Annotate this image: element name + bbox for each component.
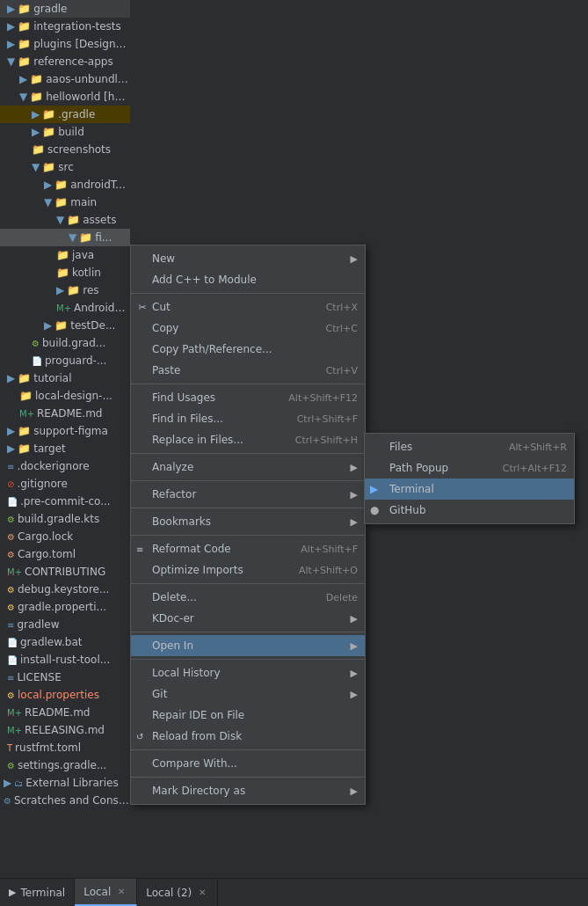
tree-item-test-debug[interactable]: ▶ 📁 testDe... [0, 317, 130, 334]
tree-item-target[interactable]: ▶ 📁 target [0, 440, 130, 457]
tree-item-helloworld[interactable]: ▼ 📁 helloworld [helloworld-app] [0, 88, 130, 106]
tree-item-scratches[interactable]: ⚙ Scratches and Consoles [0, 792, 130, 809]
tree-item-java[interactable]: 📁 java [0, 246, 130, 264]
menu-item-copy[interactable]: Copy Ctrl+C [131, 318, 365, 339]
tree-item-res[interactable]: ▶ 📁 res [0, 281, 130, 299]
menu-item-open-in[interactable]: Open In ▶ [131, 635, 365, 656]
shortcut-label: Alt+Shift+O [299, 565, 358, 576]
tree-item-cargo-lock[interactable]: ⚙ Cargo.lock [0, 528, 130, 545]
menu-item-refactor[interactable]: Refactor ▶ [131, 484, 365, 505]
menu-item-label: Add C++ to Module [152, 274, 358, 286]
tree-item-ref-apps[interactable]: ▼ 📁 reference-apps [0, 53, 130, 70]
menu-item-optimize[interactable]: Optimize Imports Alt+Shift+O [131, 559, 365, 581]
menu-separator [131, 384, 365, 384]
tree-item-settings-gradle[interactable]: ⚙ settings.gradle... [0, 756, 130, 774]
tree-item-gitignore[interactable]: ⊘ .gitignore [0, 475, 130, 493]
menu-item-reformat[interactable]: ≡ Reformat Code Alt+Shift+F [131, 538, 365, 559]
tree-item-plugins[interactable]: ▶ 📁 plugins [DesignCompose_Plugins] [0, 35, 130, 53]
tree-item-license[interactable]: ≡ LICENSE [0, 669, 130, 686]
tree-item-proguard[interactable]: 📄 proguard-... [0, 352, 130, 369]
tree-item-support-figma[interactable]: ▶ 📁 support-figma [0, 422, 130, 440]
tree-item-readme-hw[interactable]: M+ README.md [0, 405, 130, 422]
arrow-icon: ▶ [351, 613, 358, 625]
menu-item-add-cpp[interactable]: Add C++ to Module [131, 269, 365, 290]
tree-item-assets[interactable]: ▼ 📁 assets [0, 211, 130, 229]
menu-item-label: Cut [152, 301, 312, 313]
tree-label: assets [83, 214, 116, 226]
tree-item-gradle-props[interactable]: ⚙ gradle.properti... [0, 598, 130, 616]
tree-item-android-manifest[interactable]: M+ AndroidManifest [0, 299, 130, 317]
tree-item-screenshots[interactable]: 📁 screenshots [0, 141, 130, 158]
tree-item-install-rust[interactable]: 📄 install-rust-tool... [0, 651, 130, 669]
tree-item-build[interactable]: ▶ 📁 build [0, 123, 130, 141]
menu-item-cut[interactable]: ✂ Cut Ctrl+X [131, 296, 365, 318]
arrow-icon: ▶ [351, 516, 358, 528]
menu-item-repair-ide[interactable]: Repair IDE on File [131, 705, 365, 726]
submenu-item-path-popup[interactable]: Path Popup Ctrl+Alt+F12 [365, 457, 574, 479]
tree-label: androidTest [70, 179, 130, 191]
tree-label: testDe... [70, 319, 115, 332]
tree-label: build [58, 126, 84, 138]
tree-item-precommit[interactable]: 📄 .pre-commit-co... [0, 493, 130, 510]
menu-item-paste[interactable]: Paste Ctrl+V [131, 360, 365, 381]
menu-item-compare[interactable]: Compare With... [131, 753, 365, 774]
tab-local-close[interactable]: ✕ [115, 886, 127, 898]
tree-item-fi[interactable]: ▼ 📁 fi... [0, 229, 130, 246]
tree-item-dot-gradle[interactable]: ▶ 📁 .gradle [0, 106, 130, 123]
menu-item-replace-files[interactable]: Replace in Files... Ctrl+Shift+H [131, 429, 365, 450]
submenu-item-github[interactable]: ● GitHub [365, 500, 574, 521]
tree-item-integration[interactable]: ▶ 📁 integration-tests [0, 18, 130, 35]
menu-item-label: Paste [152, 364, 312, 376]
tree-item-local-design[interactable]: 📁 local-design-... [0, 387, 130, 405]
menu-item-reload-disk[interactable]: ↺ Reload from Disk [131, 726, 365, 747]
menu-item-bookmarks[interactable]: Bookmarks ▶ [131, 511, 365, 532]
menu-item-local-history[interactable]: Local History ▶ [131, 662, 365, 683]
tree-item-readme-root[interactable]: M+ README.md [0, 704, 130, 721]
tab-local[interactable]: Local ✕ [75, 879, 137, 906]
menu-item-analyze[interactable]: Analyze ▶ [131, 457, 365, 478]
menu-item-find-files[interactable]: Find in Files... Ctrl+Shift+F [131, 408, 365, 429]
tree-item-android-test[interactable]: ▶ 📁 androidTest [0, 176, 130, 194]
menu-item-mark-dir[interactable]: Mark Directory as ▶ [131, 780, 365, 801]
tree-item-cargo-toml[interactable]: ⚙ Cargo.toml [0, 545, 130, 563]
tree-item-local-properties[interactable]: ⚙ local.properties [0, 686, 130, 704]
menu-item-new[interactable]: New ▶ [131, 248, 365, 269]
submenu-label: Terminal [389, 483, 567, 495]
tree-item-build-gradle[interactable]: ⚙ build.grad... [0, 334, 130, 352]
tab-local2[interactable]: Local (2) ✕ [137, 879, 218, 906]
tree-item-build-kts[interactable]: ⚙ build.gradle.kts [0, 510, 130, 528]
tree-item-tutorial[interactable]: ▶ 📁 tutorial [0, 369, 130, 387]
tree-item-releasing[interactable]: M+ RELEASING.md [0, 721, 130, 739]
tree-item-gradlew[interactable]: ≡ gradlew [0, 616, 130, 633]
tree-item-rustfmt[interactable]: T rustfmt.toml [0, 739, 130, 756]
submenu-item-terminal[interactable]: ▶ Terminal [365, 479, 574, 500]
tree-label: build.grad... [42, 337, 105, 349]
menu-item-find-usages[interactable]: Find Usages Alt+Shift+F12 [131, 387, 365, 408]
menu-item-copy-path[interactable]: Copy Path/Reference... [131, 339, 365, 360]
tree-label: java [72, 249, 94, 261]
submenu-item-files[interactable]: Files Alt+Shift+R [365, 436, 574, 457]
tree-label: main [70, 196, 97, 208]
menu-item-label: Compare With... [152, 757, 358, 770]
tree-item-contributing[interactable]: M+ CONTRIBUTING [0, 563, 130, 581]
menu-item-git[interactable]: Git ▶ [131, 683, 365, 705]
menu-item-label: Refactor [152, 488, 347, 500]
tree-item-debug-keystore[interactable]: ⚙ debug.keystore... [0, 581, 130, 598]
tree-item-src[interactable]: ▼ 📁 src [0, 158, 130, 176]
shortcut-label: Delete [326, 592, 358, 603]
tab-terminal[interactable]: ▶ Terminal [0, 879, 75, 906]
tree-item-kotlin[interactable]: 📁 kotlin [0, 264, 130, 281]
menu-item-delete[interactable]: Delete... Delete [131, 587, 365, 608]
tree-item-aaos[interactable]: ▶ 📁 aaos-unbundled [0, 70, 130, 88]
tab-local2-close[interactable]: ✕ [196, 887, 208, 899]
tree-label: reference-apps [33, 55, 113, 68]
shortcut-label: Alt+Shift+F12 [288, 392, 358, 404]
tree-item-gradle[interactable]: ▶ 📁 gradle [0, 0, 130, 18]
tree-label: README.md [25, 706, 90, 719]
tree-label: .pre-commit-co... [20, 495, 111, 508]
tree-item-gradlew-bat[interactable]: 📄 gradlew.bat [0, 633, 130, 651]
tree-item-external-libs[interactable]: ▶ 🗂 External Libraries [0, 774, 130, 792]
menu-item-kdoc[interactable]: KDoc-er ▶ [131, 608, 365, 629]
tree-item-dockerignore[interactable]: ≡ .dockerignore [0, 457, 130, 475]
tree-item-main[interactable]: ▼ 📁 main [0, 194, 130, 211]
